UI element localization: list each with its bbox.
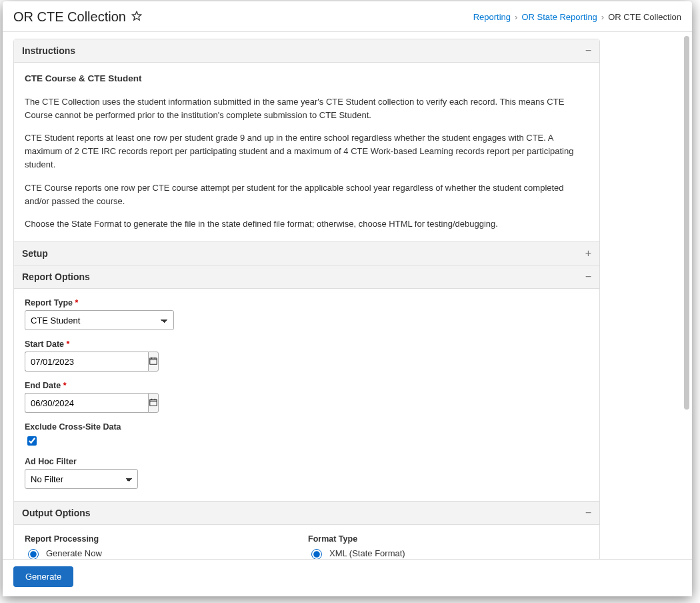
section-header-output-options[interactable]: Output Options − bbox=[14, 501, 599, 525]
exclude-cross-site-label: Exclude Cross-Site Data bbox=[25, 422, 589, 432]
start-date-input[interactable] bbox=[25, 352, 148, 372]
end-date-input[interactable] bbox=[25, 393, 148, 413]
favorite-star-icon[interactable] bbox=[131, 11, 142, 23]
section-header-instructions[interactable]: Instructions − bbox=[14, 39, 599, 63]
instructions-p1: The CTE Collection uses the student info… bbox=[25, 95, 589, 122]
section-body-report-options: Report Type * CTE Student Start Date * bbox=[14, 289, 599, 501]
breadcrumb: Reporting › OR State Reporting › OR CTE … bbox=[473, 12, 681, 22]
svg-rect-0 bbox=[150, 358, 157, 364]
end-date-calendar-button[interactable] bbox=[148, 393, 159, 413]
collapse-icon: − bbox=[585, 507, 591, 519]
header-bar: OR CTE Collection Reporting › OR State R… bbox=[3, 1, 692, 32]
breadcrumb-reporting[interactable]: Reporting bbox=[473, 12, 511, 22]
start-date-label: Start Date * bbox=[25, 340, 589, 349]
generate-now-label: Generate Now bbox=[46, 548, 102, 558]
ad-hoc-filter-select[interactable]: No Filter bbox=[25, 469, 138, 489]
collapse-icon: − bbox=[585, 45, 591, 57]
page-title: OR CTE Collection bbox=[13, 9, 126, 25]
chevron-right-icon: › bbox=[515, 12, 517, 22]
section-body-output-options: Report Processing Generate Now Submit to… bbox=[14, 525, 599, 559]
xml-format-radio[interactable] bbox=[311, 549, 322, 559]
instructions-subtitle: CTE Course & CTE Student bbox=[25, 72, 589, 86]
breadcrumb-current: OR CTE Collection bbox=[608, 12, 681, 22]
breadcrumb-or-state-reporting[interactable]: OR State Reporting bbox=[521, 12, 597, 22]
section-header-report-options[interactable]: Report Options − bbox=[14, 265, 599, 289]
ad-hoc-filter-label: Ad Hoc Filter bbox=[25, 457, 589, 466]
chevron-right-icon: › bbox=[601, 12, 604, 22]
section-title: Setup bbox=[22, 248, 48, 259]
scrollbar-thumb[interactable] bbox=[684, 36, 689, 410]
generate-now-radio[interactable] bbox=[28, 549, 39, 559]
section-header-setup[interactable]: Setup + bbox=[14, 241, 599, 265]
format-type-label: Format Type bbox=[308, 534, 591, 544]
exclude-cross-site-checkbox[interactable] bbox=[27, 436, 37, 446]
generate-button[interactable]: Generate bbox=[13, 566, 73, 587]
start-date-calendar-button[interactable] bbox=[148, 352, 159, 372]
xml-format-label: XML (State Format) bbox=[329, 548, 405, 558]
section-title: Report Options bbox=[22, 271, 90, 282]
section-body-instructions: CTE Course & CTE Student The CTE Collect… bbox=[14, 63, 599, 241]
end-date-label: End Date * bbox=[25, 381, 589, 390]
instructions-p2: CTE Student reports at least one row per… bbox=[25, 131, 589, 171]
section-title: Output Options bbox=[22, 508, 91, 518]
report-processing-label: Report Processing bbox=[25, 534, 308, 544]
footer-bar: Generate bbox=[3, 559, 692, 596]
expand-icon: + bbox=[585, 247, 591, 259]
instructions-p3: CTE Course reports one row per CTE cours… bbox=[25, 181, 589, 208]
collapse-icon: − bbox=[585, 271, 591, 283]
instructions-p4: Choose the State Format to generate the … bbox=[25, 217, 589, 231]
calendar-icon bbox=[149, 398, 158, 409]
calendar-icon bbox=[149, 356, 158, 368]
svg-rect-4 bbox=[150, 399, 157, 405]
scrollbar-track[interactable] bbox=[601, 32, 692, 559]
report-type-label: Report Type * bbox=[25, 298, 589, 308]
report-type-select[interactable]: CTE Student bbox=[25, 310, 174, 330]
section-title: Instructions bbox=[22, 45, 75, 56]
